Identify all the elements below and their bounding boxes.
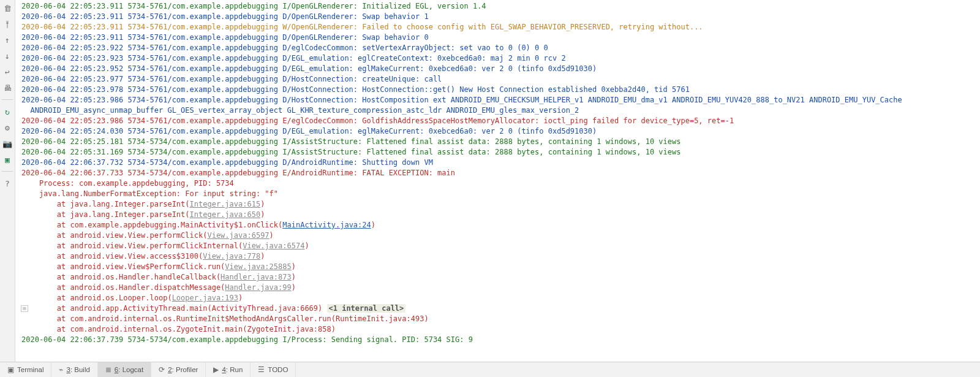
scroll-end-icon[interactable]: ⭱ (2, 18, 13, 29)
log-line: at com.android.internal.os.RuntimeInit$M… (21, 314, 979, 324)
up-icon[interactable]: ↑ (2, 34, 13, 45)
tab-profiler[interactable]: ⟳2: Profiler (151, 362, 206, 377)
soft-wrap-icon[interactable]: ↩ (2, 66, 13, 77)
gutter-separator (2, 171, 13, 172)
restart-icon[interactable]: ↻ (2, 106, 13, 117)
stack-link[interactable]: View.java:6597 (207, 231, 269, 240)
log-line: 2020-06-04 22:05:23.911 5734-5761/com.ex… (21, 32, 979, 43)
log-line: 2020-06-04 22:06:37.733 5734-5734/com.ex… (21, 168, 979, 178)
log-line: at java.lang.Integer.parseInt(Integer.ja… (21, 199, 979, 210)
log-line: at android.view.View.performClick(View.j… (21, 230, 979, 241)
log-line: 2020-06-04 22:05:23.911 5734-5761/com.ex… (21, 22, 979, 32)
log-line: at android.os.Handler.dispatchMessage(Ha… (21, 283, 979, 293)
log-line: 2020-06-04 22:05:31.169 5734-5734/com.ex… (21, 147, 979, 158)
down-icon[interactable]: ↓ (2, 50, 13, 61)
log-line: java.lang.NumberFormatException: For inp… (21, 189, 979, 199)
log-line: 2020-06-04 22:05:23.952 5734-5761/com.ex… (21, 64, 979, 74)
stack-link[interactable]: Looper.java:193 (172, 294, 238, 302)
log-line: 2020-06-04 22:05:23.911 5734-5761/com.ex… (21, 1, 979, 12)
help-icon[interactable]: ? (2, 178, 13, 189)
log-line: 2020-06-04 22:05:23.911 5734-5761/com.ex… (21, 12, 979, 22)
stack-link[interactable]: View.java:778 (203, 252, 260, 261)
tab-profiler-icon: ⟳ (159, 365, 165, 374)
log-line: 2020-06-04 22:05:23.922 5734-5761/com.ex… (21, 43, 979, 53)
tab-profiler-label: 2: Profiler (168, 366, 198, 373)
log-line: 2020-06-04 22:05:25.181 5734-5734/com.ex… (21, 137, 979, 147)
log-line: 2020-06-04 22:05:23.986 5734-5761/com.ex… (21, 116, 979, 126)
log-line: Process: com.example.appdebugging, PID: … (21, 178, 979, 189)
logcat-output[interactable]: 2020-06-04 22:05:23.911 5734-5761/com.ex… (15, 0, 980, 362)
print-icon[interactable]: 🖶 (2, 82, 13, 93)
tab-run-label: 4: Run (222, 366, 243, 373)
trash-icon[interactable]: 🗑 (2, 2, 13, 13)
log-line: at com.android.internal.os.ZygoteInit.ma… (21, 324, 979, 335)
log-line: ANDROID_EMU_async_unmap_buffer GL_OES_ve… (21, 105, 979, 116)
tab-todo-label: TODO (268, 366, 288, 373)
log-line: at android.view.View.performClickInterna… (21, 241, 979, 251)
log-line: at com.example.appdebugging.MainActivity… (21, 220, 979, 230)
log-line: at android.view.View$PerformClick.run(Vi… (21, 262, 979, 272)
tab-terminal-label: Terminal (17, 366, 43, 373)
log-line: 2020-06-04 22:05:24.030 5734-5761/com.ex… (21, 126, 979, 137)
tab-build-label: 3: Build (66, 366, 89, 373)
log-line: at android.app.ActivityThread.main(Activ… (21, 303, 979, 314)
tab-logcat-label: 6: Logcat (115, 366, 143, 373)
stack-link[interactable]: Handler.java:99 (225, 283, 291, 292)
tab-build[interactable]: ⌁3: Build (51, 362, 97, 377)
logcat-toolbar: 🗑⭱↑↓↩🖶↻⚙📷▣? (0, 0, 15, 362)
log-line: 2020-06-04 22:05:23.986 5734-5761/com.ex… (21, 95, 979, 105)
log-line: at android.view.View.access$3100(View.ja… (21, 251, 979, 262)
log-line: 2020-06-04 22:05:23.923 5734-5761/com.ex… (21, 53, 979, 64)
stack-link[interactable]: View.java:25885 (225, 262, 291, 271)
log-line: at android.os.Looper.loop(Looper.java:19… (21, 293, 979, 303)
log-line: at android.os.Handler.handleCallback(Han… (21, 272, 979, 283)
fold-expand-icon[interactable]: ⊞ (21, 305, 28, 312)
tab-build-icon: ⌁ (59, 365, 63, 374)
tab-terminal-icon: ▣ (7, 365, 14, 374)
stack-link[interactable]: Handler.java:873 (221, 273, 292, 281)
stack-link[interactable]: Integer.java:650 (190, 210, 261, 219)
log-line: 2020-06-04 22:06:37.732 5734-5734/com.ex… (21, 158, 979, 168)
tab-todo[interactable]: ☰TODO (251, 362, 296, 377)
tab-logcat[interactable]: ≣6: Logcat (98, 362, 151, 377)
screenshot-icon[interactable]: 📷 (2, 138, 13, 149)
tab-terminal[interactable]: ▣Terminal (0, 362, 51, 377)
log-line: at java.lang.Integer.parseInt(Integer.ja… (21, 210, 979, 220)
record-icon[interactable]: ▣ (2, 154, 13, 165)
folded-calls-hint[interactable]: <1 internal call> (327, 304, 406, 313)
log-line: 2020-06-04 22:05:23.978 5734-5761/com.ex… (21, 85, 979, 95)
log-line: 2020-06-04 22:05:23.977 5734-5761/com.ex… (21, 74, 979, 85)
stack-link[interactable]: MainActivity.java:24 (282, 221, 371, 229)
gutter-separator (2, 99, 13, 100)
stack-link[interactable]: View.java:6574 (243, 242, 304, 250)
tab-logcat-icon: ≣ (105, 365, 111, 374)
bottom-tool-tabs: ▣Terminal⌁3: Build≣6: Logcat⟳2: Profiler… (0, 362, 980, 377)
settings-icon[interactable]: ⚙ (2, 122, 13, 133)
tab-run[interactable]: ▶4: Run (206, 362, 251, 377)
tab-run-icon: ▶ (213, 365, 219, 374)
stack-link[interactable]: Integer.java:615 (190, 200, 261, 208)
log-line: 2020-06-04 22:06:37.739 5734-5734/com.ex… (21, 335, 979, 345)
tab-todo-icon: ☰ (258, 365, 265, 374)
